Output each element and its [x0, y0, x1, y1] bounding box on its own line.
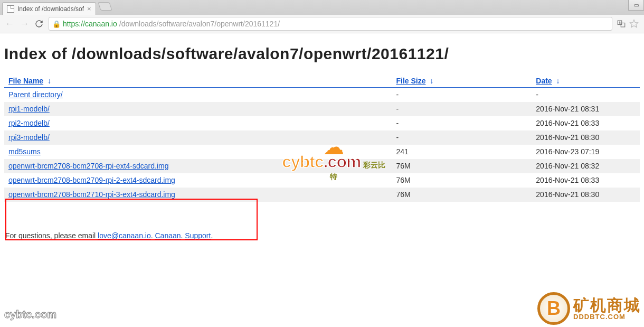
- file-link[interactable]: Parent directory/: [8, 90, 63, 99]
- file-date: 2016-Nov-21 08:31: [532, 102, 640, 116]
- file-link[interactable]: openwrt-brcm2708-bcm2709-rpi-2-ext4-sdca…: [8, 176, 175, 184]
- file-size: -: [392, 102, 532, 116]
- footer-support-link[interactable]: Support: [185, 231, 211, 240]
- table-row: openwrt-brcm2708-bcm2710-rpi-3-ext4-sdca…: [4, 188, 640, 202]
- table-row: openwrt-brcm2708-bcm2708-rpi-ext4-sdcard…: [4, 159, 640, 173]
- file-link[interactable]: openwrt-brcm2708-bcm2708-rpi-ext4-sdcard…: [8, 162, 168, 170]
- file-link[interactable]: rpi2-modelb/: [8, 119, 50, 127]
- page-title: Index of /downloads/software/avalon7/ope…: [4, 45, 640, 63]
- sort-arrow-icon[interactable]: ↓: [556, 77, 560, 85]
- forward-button[interactable]: →: [19, 18, 30, 29]
- maximize-button[interactable]: ▭: [628, 0, 644, 11]
- table-row: Parent directory/--: [4, 88, 640, 102]
- file-link[interactable]: rpi1-modelb/: [8, 105, 50, 113]
- file-size: 76M: [392, 173, 532, 188]
- column-header-size[interactable]: File Size ↓: [392, 74, 532, 88]
- sort-arrow-icon[interactable]: ↓: [430, 77, 433, 85]
- close-tab-icon[interactable]: ×: [87, 5, 91, 13]
- table-row: rpi3-modelb/-2016-Nov-21 08:30: [4, 130, 640, 145]
- tab-title: Index of /downloads/sof: [17, 5, 84, 13]
- url-path: /downloads/software/avalon7/openwrt/2016…: [119, 20, 280, 28]
- file-size: 76M: [392, 188, 532, 202]
- file-link[interactable]: rpi3-modelb/: [8, 133, 50, 142]
- tab-bar: Index of /downloads/sof × ▭: [0, 0, 644, 15]
- directory-listing-table: File Name ↓ File Size ↓ Date ↓ Parent di…: [4, 74, 640, 202]
- file-date: 2016-Nov-21 08:32: [532, 159, 640, 173]
- omnibox-right-controls: [617, 19, 640, 29]
- file-size: 76M: [392, 159, 532, 173]
- footer-email-link[interactable]: love@canaan.io: [98, 231, 151, 240]
- file-size: -: [392, 116, 532, 130]
- table-row: md5sums2412016-Nov-23 07:19: [4, 145, 640, 159]
- footer-canaan-link[interactable]: Canaan: [155, 231, 181, 240]
- sort-arrow-icon[interactable]: ↓: [48, 77, 51, 85]
- file-size: 241: [392, 145, 532, 159]
- column-header-date[interactable]: Date ↓: [532, 74, 640, 88]
- star-icon[interactable]: [629, 19, 639, 29]
- table-row: rpi1-modelb/-2016-Nov-21 08:31: [4, 102, 640, 116]
- column-header-name[interactable]: File Name ↓: [4, 74, 392, 88]
- nav-bar: ← → 🔒 https://canaan.io/downloads/softwa…: [0, 15, 644, 33]
- window-controls: ▭: [628, 0, 644, 11]
- reload-button[interactable]: [34, 18, 44, 29]
- address-bar[interactable]: 🔒 https://canaan.io/downloads/software/a…: [49, 17, 612, 31]
- watermark-bottom-right: B 矿机商城 DDDBTC.COM: [537, 292, 641, 325]
- translate-icon[interactable]: [617, 19, 626, 29]
- file-link[interactable]: openwrt-brcm2708-bcm2710-rpi-3-ext4-sdca…: [8, 190, 175, 199]
- file-date: 2016-Nov-23 07:19: [532, 145, 640, 159]
- browser-tab[interactable]: Index of /downloads/sof ×: [2, 2, 96, 15]
- watermark-bottom-left: cybtc.com: [4, 309, 56, 321]
- lock-icon: 🔒: [52, 20, 61, 28]
- file-size: -: [392, 130, 532, 145]
- table-header-row: File Name ↓ File Size ↓ Date ↓: [4, 74, 640, 88]
- table-row: openwrt-brcm2708-bcm2709-rpi-2-ext4-sdca…: [4, 173, 640, 188]
- new-tab-button[interactable]: [98, 2, 112, 11]
- browser-chrome: Index of /downloads/sof × ▭ ← → 🔒 https:…: [0, 0, 644, 33]
- svg-marker-2: [630, 20, 638, 27]
- file-icon: [7, 5, 14, 13]
- file-date: 2016-Nov-21 08:33: [532, 116, 640, 130]
- page-content: Index of /downloads/software/avalon7/ope…: [0, 33, 644, 240]
- table-row: rpi2-modelb/-2016-Nov-21 08:33: [4, 116, 640, 130]
- file-size: -: [392, 88, 532, 102]
- bitcoin-coin-icon: B: [537, 292, 570, 325]
- file-date: 2016-Nov-21 08:33: [532, 173, 640, 188]
- file-date: 2016-Nov-21 08:30: [532, 130, 640, 145]
- footer-text: For questions, please email love@canaan.…: [4, 231, 640, 240]
- file-date: 2016-Nov-21 08:30: [532, 188, 640, 202]
- back-button[interactable]: ←: [4, 18, 15, 29]
- url-origin: https://canaan.io: [63, 20, 117, 28]
- file-link[interactable]: md5sums: [8, 147, 41, 156]
- file-date: -: [532, 88, 640, 102]
